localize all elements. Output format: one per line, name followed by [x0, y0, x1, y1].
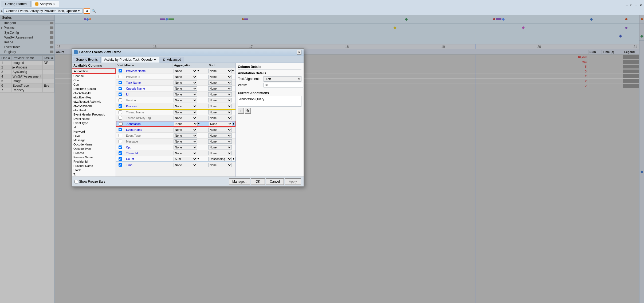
minimize-icon[interactable]: ─: [625, 4, 629, 7]
series-item-sysconfig[interactable]: SysConfig: [0, 30, 54, 35]
delete-annotation-button[interactable]: 🗑: [245, 108, 251, 114]
avail-col-annotation[interactable]: Annotation: [72, 68, 116, 74]
col-header-line: Line #: [0, 56, 11, 61]
col-row-event-type[interactable]: Event Type None None: [116, 133, 235, 139]
avail-col-userid[interactable]: etw:UserId: [72, 108, 116, 112]
modal-close-button[interactable]: ✕: [297, 50, 301, 55]
freeze-bars-area: Show Freeze Bars: [74, 180, 105, 183]
modal-tab-generic-events[interactable]: Generic Events: [73, 57, 101, 63]
col-row-provider-name[interactable]: Provider Name None ▼ None ▼: [116, 68, 235, 74]
modal-tab-activity[interactable]: Activity by Provider, Task, Opcode ▼: [101, 57, 159, 63]
col-row-id[interactable]: Id None None: [116, 91, 235, 97]
tab-icon: [35, 2, 38, 6]
avail-col-count[interactable]: Count: [72, 78, 116, 82]
col-row-thread-name[interactable]: Thread Name None None: [116, 109, 235, 115]
avail-col-providerid[interactable]: Provider Id: [72, 159, 116, 164]
columns-table-body: Provider Name None ▼ None ▼: [116, 68, 235, 177]
col-row-threadid[interactable]: ThreadId None None: [116, 150, 235, 156]
annotation-query-box: Annotation Query: [238, 96, 301, 107]
data-table: Line # Provider Name Task # 1 ImageId DE…: [0, 55, 54, 93]
restore-icon[interactable]: □: [629, 4, 633, 7]
width-label: Width:: [238, 83, 262, 87]
search-icon: 🔍: [92, 9, 96, 13]
avail-col-eventtype[interactable]: Event Type: [72, 121, 116, 125]
available-columns-header: Available Columns: [72, 63, 116, 68]
close-icon[interactable]: ✕: [639, 4, 643, 7]
table-row[interactable]: 2 ▶ Process: [0, 65, 54, 70]
table-row[interactable]: 7 Registry: [0, 88, 54, 93]
col-row-task-name[interactable]: Task Name None None: [116, 80, 235, 86]
avail-col-eventkey[interactable]: etw:EventKey: [72, 95, 116, 99]
modal-title: Generic Events View Editor: [74, 50, 121, 54]
series-item-eventtrace[interactable]: EventTrace: [0, 45, 54, 49]
gear-button[interactable]: ⚙: [84, 8, 90, 14]
width-input[interactable]: [264, 83, 303, 87]
modal-tab-bar: Generic Events Activity by Provider, Tas…: [72, 56, 304, 63]
data-table-container: Line # Provider Name Task # 1 ImageId DE…: [0, 55, 54, 303]
gear-icon: ⚙: [85, 9, 88, 13]
avail-col-related[interactable]: etw:Related ActivityId: [72, 99, 116, 104]
series-item-winsatassessment[interactable]: WinSATAssessment: [0, 35, 54, 40]
col-row-count[interactable]: Count Sum ▼ Descending ▼ ▼: [116, 156, 235, 162]
col-row-process[interactable]: Process None None: [116, 103, 235, 109]
manage-button[interactable]: Manage...: [229, 178, 250, 185]
series-item-image[interactable]: Image: [0, 40, 54, 45]
search-button[interactable]: 🔍: [91, 8, 97, 13]
avail-col-t[interactable]: T...: [72, 172, 116, 177]
apply-button[interactable]: Apply: [285, 178, 301, 185]
series-item-imageid[interactable]: ImageId: [0, 21, 54, 25]
avail-col-eventname[interactable]: Event Name: [72, 117, 116, 121]
avail-col-stack[interactable]: Stack: [72, 168, 116, 172]
tab-getting-started[interactable]: Getting Started: [1, 1, 31, 7]
col-row-thread-activity-tag[interactable]: Thread Activity Tag None None: [116, 115, 235, 121]
avail-col-keyword[interactable]: Keyword: [72, 129, 116, 134]
col-row-opcode-name[interactable]: Opcode Name None None: [116, 86, 235, 91]
modal-tab-advanced[interactable]: 🗌 Advanced: [160, 57, 184, 63]
table-row[interactable]: 3 SysConfig: [0, 70, 54, 74]
dropdown-icon: ▼: [78, 10, 80, 12]
avail-col-opcodename[interactable]: Opcode Name: [72, 142, 116, 147]
avail-col-providername[interactable]: Provider Name: [72, 164, 116, 168]
avail-col-channel[interactable]: Channel: [72, 74, 116, 78]
col-h-visible: Visible: [116, 63, 124, 68]
avail-col-cpu[interactable]: Cpu: [72, 82, 116, 87]
table-row[interactable]: 5 Image: [0, 79, 54, 83]
tab-analysis[interactable]: Analysis ✕: [31, 1, 60, 7]
scrollbar-indicator: [50, 41, 53, 44]
maximize-icon[interactable]: ▭: [634, 4, 638, 7]
avail-col-session[interactable]: etw:SessionId: [72, 104, 116, 108]
ok-button[interactable]: OK: [251, 178, 265, 185]
toolbar-label[interactable]: Generic Events Activity by Provider, Tas…: [3, 8, 83, 14]
avail-col-opcodetype[interactable]: Opcode/Type: [72, 147, 116, 151]
col-visible-checkbox[interactable]: [116, 68, 124, 73]
avail-col-processid[interactable]: Event Header ProcessId: [72, 112, 116, 117]
avail-col-process[interactable]: Process: [72, 151, 116, 155]
col-row-version[interactable]: Version None None: [116, 97, 235, 103]
show-freeze-bars-checkbox[interactable]: [74, 180, 78, 183]
avail-col-processname[interactable]: Process Name: [72, 155, 116, 159]
cancel-button[interactable]: Cancel: [266, 178, 284, 185]
annotation-details-section: Annotation Details Text Alignment: Left …: [238, 71, 301, 87]
col-row-annotation[interactable]: Annotation None ▼ None ▼: [116, 121, 235, 127]
avail-col-datetime[interactable]: DateTime (Local): [72, 87, 116, 91]
avail-col-message[interactable]: Message: [72, 138, 116, 142]
avail-col-level[interactable]: Level: [72, 134, 116, 138]
col-row-cpu[interactable]: Cpu None None: [116, 144, 235, 150]
series-item-process[interactable]: ▶ Process: [0, 25, 54, 30]
table-row[interactable]: 6 EventTrace Eve: [0, 83, 54, 88]
col-row-provider-id[interactable]: Provider Id None None: [116, 74, 235, 80]
annotation-details-header: Annotation Details: [238, 71, 301, 75]
series-item-registry[interactable]: Registry: [0, 49, 54, 54]
columns-table-header: Visible Name Aggregation Sort: [116, 63, 235, 68]
table-row[interactable]: 1 ImageId DE: [0, 61, 54, 65]
avail-col-id[interactable]: Id: [72, 125, 116, 129]
col-row-message[interactable]: Message None None: [116, 139, 235, 144]
col-h-name: Name: [124, 63, 172, 68]
col-row-time[interactable]: Time None None: [116, 162, 235, 168]
col-row-event-name[interactable]: Event Name None None: [116, 127, 235, 133]
text-alignment-select[interactable]: Left Center Right: [264, 76, 301, 82]
left-panel: Series ImageId ▶ Process SysConfig WinSA…: [0, 15, 55, 303]
table-row[interactable]: 4 WinSATAssessment: [0, 74, 54, 79]
avail-col-activityid[interactable]: etw:ActivityId: [72, 91, 116, 95]
add-annotation-button[interactable]: +: [238, 108, 244, 114]
